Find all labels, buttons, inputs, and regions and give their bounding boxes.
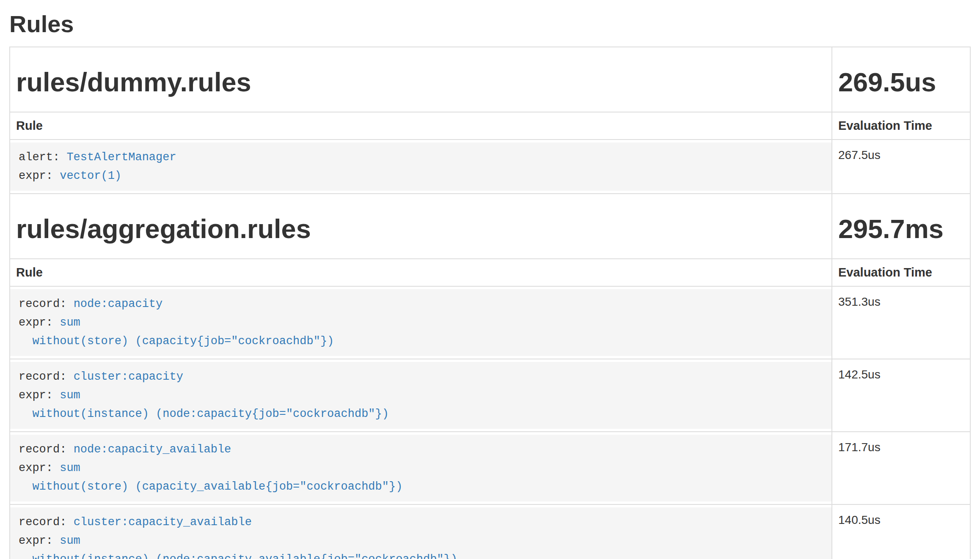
- rule-link[interactable]: sum without(store) (capacity{job="cockro…: [19, 316, 334, 348]
- rule-evaluation-time: 140.5us: [832, 504, 970, 559]
- rule-keyword: expr:: [19, 389, 60, 402]
- rule-keyword: expr:: [19, 316, 60, 329]
- rule-group-evaluation-time: 295.7ms: [838, 214, 964, 243]
- rule-row: record: node:capacity_available expr: su…: [10, 432, 970, 504]
- rule-keyword: record:: [19, 370, 74, 383]
- rule-keyword: expr:: [19, 170, 60, 182]
- rule-keyword: alert:: [19, 151, 66, 164]
- rule-definition: record: cluster:capacity expr: sum witho…: [10, 362, 831, 429]
- rule-group-evaluation-time-cell: 295.7ms: [832, 194, 970, 259]
- rule-group-file-cell: rules/aggregation.rules: [10, 194, 832, 259]
- column-header-row: RuleEvaluation Time: [10, 112, 970, 140]
- rule-group-heading-row: rules/aggregation.rules295.7ms: [10, 194, 970, 259]
- rule-evaluation-time: 142.5us: [832, 359, 970, 432]
- rule-row: record: cluster:capacity expr: sum witho…: [10, 359, 970, 432]
- rule-definition: record: node:capacity expr: sum without(…: [10, 289, 831, 356]
- rule-evaluation-time: 351.3us: [832, 286, 970, 359]
- rule-group-evaluation-time-cell: 269.5us: [832, 47, 970, 112]
- rule-column-header: Rule: [10, 259, 832, 286]
- rule-keyword: record:: [19, 298, 74, 310]
- rule-link[interactable]: sum without(instance) (node:capacity{job…: [19, 389, 389, 420]
- rule-link[interactable]: vector(1): [60, 170, 121, 182]
- rule-row: record: node:capacity expr: sum without(…: [10, 286, 970, 359]
- rule-link[interactable]: sum without(store) (capacity_available{j…: [19, 462, 402, 493]
- rule-keyword: record:: [19, 443, 74, 456]
- rule-link[interactable]: sum without(instance) (node:capacity_ava…: [19, 534, 457, 559]
- rule-group-evaluation-time: 269.5us: [838, 68, 964, 96]
- rule-column-header: Rule: [10, 112, 832, 140]
- rule-cell: record: cluster:capacity expr: sum witho…: [10, 359, 832, 432]
- rules-page: Rules rules/dummy.rules269.5usRuleEvalua…: [0, 11, 980, 559]
- rule-link[interactable]: TestAlertManager: [66, 151, 176, 164]
- rule-link[interactable]: node:capacity: [74, 298, 163, 310]
- page-title: Rules: [9, 11, 971, 37]
- rule-definition: alert: TestAlertManager expr: vector(1): [10, 142, 831, 191]
- rule-link[interactable]: cluster:capacity: [74, 370, 183, 383]
- rule-cell: record: cluster:capacity_available expr:…: [10, 504, 832, 559]
- rule-group-file: rules/dummy.rules: [16, 68, 826, 96]
- rule-keyword: record:: [19, 516, 74, 529]
- rule-link[interactable]: cluster:capacity_available: [74, 516, 252, 529]
- rules-table: rules/dummy.rules269.5usRuleEvaluation T…: [9, 47, 971, 559]
- rule-group-heading-row: rules/dummy.rules269.5us: [10, 47, 970, 112]
- rule-row: record: cluster:capacity_available expr:…: [10, 504, 970, 559]
- rule-definition: record: cluster:capacity_available expr:…: [10, 507, 831, 559]
- eval-time-column-header: Evaluation Time: [832, 112, 970, 140]
- rule-evaluation-time: 267.5us: [832, 140, 970, 194]
- rule-definition: record: node:capacity_available expr: su…: [10, 435, 831, 501]
- rule-cell: record: node:capacity_available expr: su…: [10, 432, 832, 504]
- rule-link[interactable]: node:capacity_available: [74, 443, 231, 456]
- column-header-row: RuleEvaluation Time: [10, 259, 970, 286]
- eval-time-column-header: Evaluation Time: [832, 259, 970, 286]
- rule-group-file-cell: rules/dummy.rules: [10, 47, 832, 112]
- rule-cell: alert: TestAlertManager expr: vector(1): [10, 140, 832, 194]
- rule-keyword: expr:: [19, 534, 60, 547]
- rule-group-file: rules/aggregation.rules: [16, 214, 826, 243]
- rule-keyword: expr:: [19, 462, 60, 474]
- rule-cell: record: node:capacity expr: sum without(…: [10, 286, 832, 359]
- rule-row: alert: TestAlertManager expr: vector(1)2…: [10, 140, 970, 194]
- rule-evaluation-time: 171.7us: [832, 432, 970, 504]
